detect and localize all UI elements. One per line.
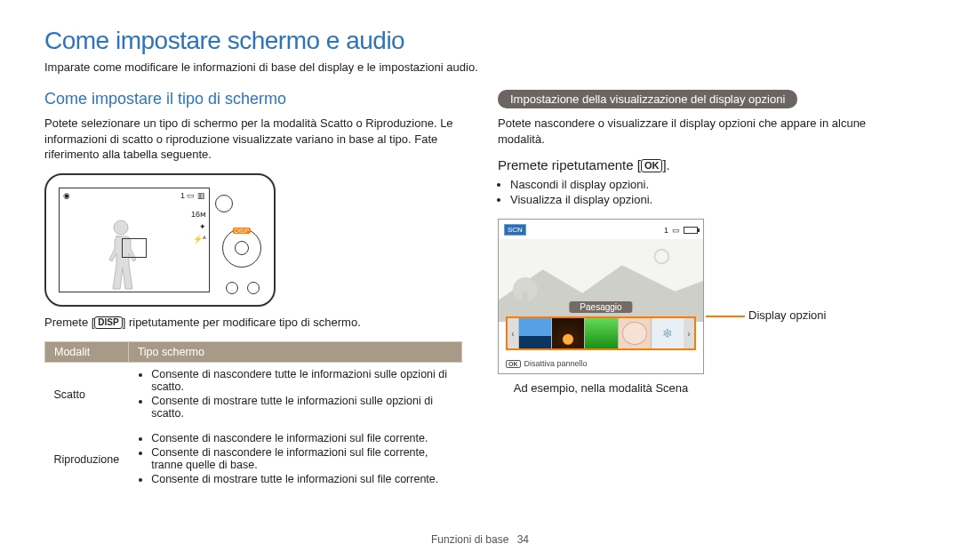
focus-frame-icon	[122, 238, 147, 258]
right-paragraph: Potete nascondere o visualizzare il disp…	[498, 116, 916, 147]
camera-lcd: ◉ 1 ▭ ▥ 16ᴍ ✦ ⚡ᴬ	[59, 188, 210, 292]
svg-rect-2	[523, 292, 528, 317]
callout-connector	[706, 316, 745, 317]
thumbnail-label: Paesaggio	[569, 301, 632, 313]
scene-caption: Ad esempio, nella modalità Scena	[498, 381, 704, 395]
battery-icon	[684, 227, 698, 234]
press-disp-instruction: Premete [DISP] ripetutamente per modific…	[44, 316, 462, 329]
disp-key-icon: DISP	[94, 316, 122, 329]
scene-mode-screenshot: SCN 1 ▭ 16ᴍ Paesaggio ‹	[498, 219, 704, 374]
camera-bottom-buttons	[226, 282, 260, 294]
scene-thumb	[584, 318, 617, 348]
table-row: Scatto Consente di nascondere tutte le i…	[45, 362, 462, 427]
display-options-callout: Display opzioni	[748, 308, 826, 322]
list-item: Consente di mostrare tutte le informazio…	[151, 473, 452, 485]
table-header-type: Tipo schermo	[128, 341, 461, 362]
camera-small-button	[215, 195, 233, 212]
left-section-title: Come impostare il tipo di schermo	[44, 90, 462, 108]
list-item: Consente di nascondere le informazioni s…	[151, 432, 452, 444]
quality-icon: ✦	[191, 220, 206, 233]
status-icons: 1 ▭ ▥	[180, 191, 205, 200]
list-item: Consente di nascondere le informazioni s…	[151, 446, 452, 471]
scene-thumbnail-strip: ‹ ›	[506, 316, 696, 350]
scene-thumb	[551, 318, 584, 348]
shot-count: 1	[664, 226, 668, 235]
page-footer: Funzioni di base 34	[0, 533, 960, 546]
table-row: Riproduzione Consente di nascondere le i…	[45, 427, 462, 492]
mode-cell: Riproduzione	[45, 427, 129, 492]
camera-dpad: DISP	[222, 228, 261, 268]
chevron-right-icon: ›	[684, 318, 694, 348]
list-item: Consente di nascondere tutte le informaz…	[151, 368, 452, 393]
intro-text: Imparate come modificare le informazioni…	[44, 60, 916, 74]
list-item: Consente di mostrare tutte le informazio…	[151, 395, 452, 420]
display-options-pill: Impostazione della visualizzazione del d…	[498, 90, 797, 108]
mode-cell: Scatto	[45, 362, 129, 427]
press-ok-instruction: Premete ripetutamente [OK].	[498, 157, 916, 172]
table-header-mode: Modalit	[45, 341, 129, 362]
deactivate-panel-label: Disattiva pannello	[524, 359, 588, 368]
resolution-icon: 16ᴍ	[191, 208, 206, 220]
list-item: Visualizza il display opzioni.	[510, 193, 916, 206]
scene-thumb	[518, 318, 551, 348]
list-item: Nascondi il display opzioni.	[510, 178, 916, 191]
page-number: 34	[517, 533, 529, 546]
flash-icon: ⚡ᴬ	[191, 233, 206, 245]
scene-thumb	[618, 318, 651, 348]
left-paragraph: Potete selezionare un tipo di schermo pe…	[44, 116, 462, 163]
rec-icon: ◉	[63, 191, 70, 200]
ok-key-icon: OK	[641, 159, 663, 172]
ok-mini-icon: OK	[506, 360, 521, 368]
memory-icon: ▭	[672, 226, 680, 235]
scn-badge-icon: SCN	[504, 224, 526, 236]
footer-section: Funzioni di base	[431, 533, 508, 546]
scene-thumb	[651, 318, 684, 348]
chevron-left-icon: ‹	[508, 318, 518, 348]
screen-type-table: Modalit Tipo schermo Scatto Consente di …	[44, 341, 462, 492]
camera-illustration: ◉ 1 ▭ ▥ 16ᴍ ✦ ⚡ᴬ DISP	[44, 173, 276, 307]
page-title: Come impostare schermo e audio	[44, 27, 916, 55]
disp-label-icon: DISP	[233, 228, 251, 234]
